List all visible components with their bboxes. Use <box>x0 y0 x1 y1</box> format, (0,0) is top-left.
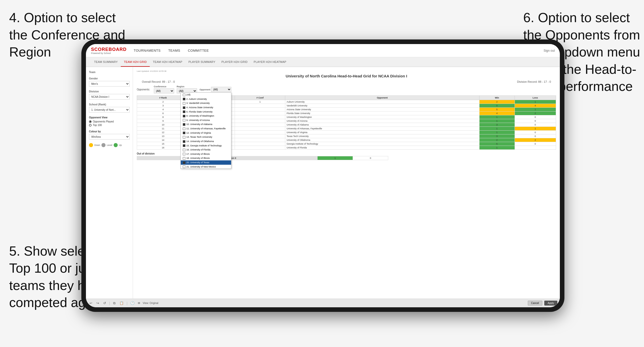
grid-area: Last Updated: 4/1/2024 16:55:38 Universi… <box>133 67 560 299</box>
dropdown-item-15[interactable]: 18. University of Illinois <box>181 156 231 160</box>
tablet-screen: SCOREBOARD Powered by School TOURNAMENTS… <box>86 44 560 307</box>
dropdown-item-11[interactable]: 14. University of Oklahoma <box>181 139 231 144</box>
colour-label: Colour by <box>89 130 130 133</box>
gender-section: Gender Men's <box>89 77 130 87</box>
tab-player-h2h-heatmap[interactable]: PLAYER H2H HEATMAP <box>251 57 289 67</box>
school-label: School (Rank) <box>89 103 130 106</box>
cb-17 <box>183 165 185 168</box>
apply-button[interactable]: Apply <box>544 301 557 306</box>
conference-filter: Conference (All) <box>154 85 174 93</box>
nav-teams[interactable]: TEAMS <box>168 49 180 52</box>
dropdown-item-17[interactable]: 21. University of New Mexico <box>181 165 231 169</box>
opponent-dropdown: (All) 2. Auburn University 3. Vanderbilt… <box>181 92 231 169</box>
cb-13 <box>183 149 185 151</box>
last-updated: Last Updated: 4/1/2024 16:55:38 <box>137 70 556 72</box>
radio-top100[interactable]: Top 100 <box>89 124 130 127</box>
gender-label: Gender <box>89 77 130 80</box>
ncaa-loss: 0 <box>353 156 388 160</box>
dropdown-item-7[interactable]: 10. University of Alabama <box>181 122 231 127</box>
opponent-view-label: Opponent View <box>89 116 130 119</box>
th-win: Win <box>479 96 515 100</box>
radio-dot-top100 <box>89 124 92 127</box>
th-conf: # Conf <box>235 96 285 100</box>
logo: SCOREBOARD Powered by School <box>91 47 129 54</box>
cb-7 <box>183 123 185 126</box>
win: 2 <box>479 100 515 104</box>
opponents-label: Opponents: <box>137 88 150 91</box>
sign-out[interactable]: Sign out <box>544 49 555 52</box>
dropdown-item-2[interactable]: 3. Vanderbilt University <box>181 101 231 105</box>
legend-down <box>89 143 93 147</box>
dropdown-item-6[interactable]: 9. University of Arizona <box>181 118 231 122</box>
top-nav: SCOREBOARD Powered by School TOURNAMENTS… <box>86 44 560 57</box>
dropdown-item-3[interactable]: 4. Arizona State University <box>181 105 231 110</box>
redo-button[interactable]: ↪ <box>95 301 100 306</box>
cb-6 <box>183 119 185 121</box>
colour-select[interactable]: Win/loss <box>89 134 130 140</box>
opponent-view-section: Opponent View Opponents Played Top 100 <box>89 116 130 127</box>
cb-4 <box>183 110 185 113</box>
view-original: View: Original <box>143 302 158 304</box>
sidebar: Team Gender Men's Division NCAA Division… <box>86 67 133 299</box>
dropdown-item-8[interactable]: 11. University of Arkansas, Fayetteville <box>181 127 231 131</box>
cb-15 <box>183 157 185 160</box>
division-label: Division <box>89 90 130 93</box>
dropdown-item-4[interactable]: 6. Florida State University <box>181 110 231 114</box>
dropdown-item-5[interactable]: 8. University of Washington <box>181 114 231 118</box>
legend-level <box>101 143 106 147</box>
dropdown-item-10[interactable]: 13. Texas Tech University <box>181 135 231 139</box>
undo-button[interactable]: ↩ <box>88 301 93 306</box>
team: Auburn University <box>285 100 479 104</box>
legend-up <box>114 143 118 147</box>
eye-icon: 👁 <box>138 301 141 305</box>
legend: Down Level Up <box>89 143 130 147</box>
dropdown-item-12[interactable]: 15. Georgia Institute of Technology <box>181 144 231 148</box>
tab-team-h2h-heatmap[interactable]: TEAM H2H HEATMAP <box>150 57 185 67</box>
grid-header: University of North Carolina Head-to-Hea… <box>137 74 556 78</box>
cb-9 <box>183 132 185 134</box>
division-section: Division NCAA Division I <box>89 90 130 100</box>
separator2: | <box>127 301 128 305</box>
app: SCOREBOARD Powered by School TOURNAMENTS… <box>86 44 560 307</box>
cb-8 <box>183 128 185 130</box>
grid-title: University of North Carolina Head-to-Hea… <box>137 74 556 78</box>
cb-12 <box>183 144 185 147</box>
gender-select[interactable]: Men's <box>89 81 130 87</box>
cancel-button[interactable]: Cancel <box>528 301 542 306</box>
loss: 1 <box>515 100 556 104</box>
dropdown-item-all[interactable]: (All) <box>181 93 231 97</box>
clock-button[interactable]: 🕐 <box>129 301 136 306</box>
division2-table: NCAA Division II 1 0 <box>137 156 388 160</box>
overall-record: Overall Record: 89 - 17 - 0 <box>142 80 175 83</box>
radio-opponents-played[interactable]: Opponents Played <box>89 120 130 123</box>
opponent-label: Opponent <box>200 88 211 91</box>
dropdown-item-13[interactable]: 16. University of Florida <box>181 148 231 152</box>
bottom-toolbar: ↩ ↪ ↺ | ⧉ 📋 | 🕐 👁 View: Original Cancel … <box>86 299 560 307</box>
tab-player-h2h-grid[interactable]: PLAYER H2H GRID <box>218 57 251 67</box>
conference-label: Conference <box>154 85 174 88</box>
reset-button[interactable]: ↺ <box>102 301 107 306</box>
dropdown-item-14[interactable]: 17. University of Illinois <box>181 152 231 156</box>
tab-player-summary[interactable]: PLAYER SUMMARY <box>185 57 218 67</box>
opponent-select[interactable]: (All) <box>211 87 231 92</box>
tab-team-h2h-grid[interactable]: TEAM H2H GRID <box>121 57 150 67</box>
paste-button[interactable]: 📋 <box>118 301 125 306</box>
cb-1 <box>183 98 185 100</box>
separator1: | <box>109 301 110 305</box>
dropdown-item-16[interactable]: 20. University of Texas <box>181 160 231 165</box>
copy-button[interactable]: ⧉ <box>112 301 116 306</box>
conference-select[interactable]: (All) <box>154 88 174 93</box>
legend-level-label: Level <box>107 144 112 146</box>
opponent-filter: Opponent (All) (All) 2. Auburn Univer <box>200 87 231 92</box>
division2-row: NCAA Division II 1 0 <box>137 156 388 160</box>
division-select[interactable]: NCAA Division I <box>89 94 130 100</box>
nav-committee[interactable]: COMMITTEE <box>188 49 209 52</box>
cb-3 <box>183 106 185 109</box>
dropdown-item-9[interactable]: 12. University of Virginia <box>181 131 231 135</box>
cb-5 <box>183 115 185 117</box>
tab-team-summary[interactable]: TEAM SUMMARY <box>91 57 121 67</box>
nav-tournaments[interactable]: TOURNAMENTS <box>134 49 161 52</box>
school-select[interactable]: 1. University of Nort... <box>89 107 130 113</box>
dropdown-item-1[interactable]: 2. Auburn University <box>181 97 231 101</box>
tablet: SCOREBOARD Powered by School TOURNAMENTS… <box>81 39 564 312</box>
